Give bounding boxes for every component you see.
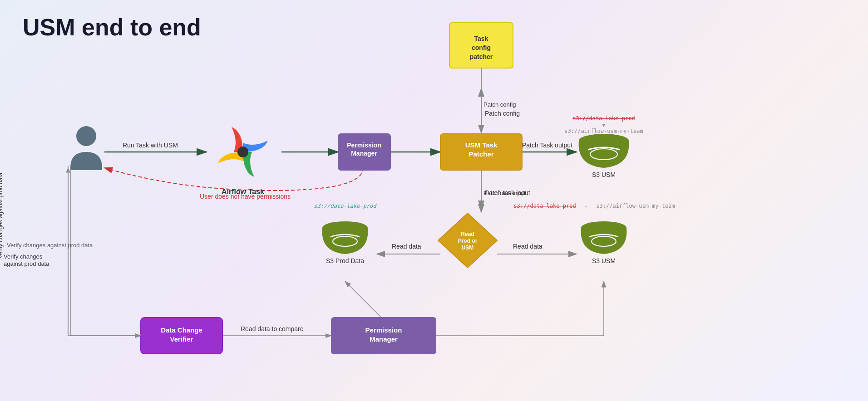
svg-text:Permission: Permission: [347, 142, 381, 149]
svg-text:Manager: Manager: [370, 335, 398, 343]
svg-text:Read data: Read data: [513, 243, 542, 250]
data-change-verifier-node: Data Change Verifier: [141, 318, 222, 354]
svg-text:Verifier: Verifier: [170, 335, 193, 343]
svg-text:USM: USM: [462, 245, 474, 251]
task-config-patcher-node: Task config patcher: [449, 23, 513, 68]
svg-text:s3://data-lake-prod: s3://data-lake-prod: [572, 115, 635, 122]
svg-text:S3 Prod Data: S3 Prod Data: [326, 257, 364, 264]
svg-text:USM Task: USM Task: [465, 141, 498, 149]
usm-task-patcher-node: USM Task Patcher: [440, 134, 522, 170]
svg-text:Prod or: Prod or: [458, 238, 478, 244]
s3-usm-bottom-arrow: →: [583, 203, 588, 209]
airflow-task-node: Airflow Task: [218, 127, 268, 196]
s3-usm-bottom-replace-url: s3://airflow-usm-my-team: [596, 203, 675, 209]
permission-manager-bottom-node: Permission Manager: [331, 318, 436, 354]
svg-text:Airflow Task: Airflow Task: [222, 188, 264, 196]
s3-usm-bottom-node: S3 USM: [581, 221, 627, 264]
svg-text:Run Task with USM: Run Task with USM: [123, 142, 178, 149]
svg-text:Patch config: Patch config: [483, 101, 516, 108]
svg-line-23: [345, 281, 381, 318]
svg-text:Task: Task: [474, 35, 488, 42]
s3-usm-top-node: S3 USM s3://data-lake-prod ▼ s3://airflo…: [564, 115, 643, 178]
svg-text:Manager: Manager: [351, 150, 377, 157]
user-node: [70, 126, 102, 170]
svg-text:Patch task input: Patch task input: [483, 190, 526, 196]
svg-text:against prod data: against prod data: [4, 260, 49, 267]
verify-changes-label: Verify changes against prod data: [7, 242, 93, 249]
svg-text:Read data: Read data: [392, 243, 421, 250]
svg-text:Verify changes: Verify changes: [4, 253, 43, 260]
permission-manager-top-node: Permission Manager: [338, 134, 390, 170]
svg-text:Read: Read: [461, 231, 474, 237]
svg-text:Patch config: Patch config: [485, 110, 520, 117]
s3-prod-url-label: s3://data-lake-prod: [314, 203, 377, 209]
svg-text:config: config: [472, 44, 491, 51]
svg-text:Permission: Permission: [365, 326, 402, 334]
svg-text:Verify changes against prod da: Verify changes against prod data: [0, 172, 4, 259]
s3-prod-data-node: S3 Prod Data: [322, 221, 368, 264]
read-prod-usm-node: Read Prod or USM: [438, 213, 497, 268]
svg-text:Data Change: Data Change: [161, 326, 202, 334]
svg-text:S3 USM: S3 USM: [592, 171, 616, 178]
svg-text:Patch Task output: Patch Task output: [522, 142, 572, 149]
s3-usm-bottom-strike-url: s3://data-lake-prod: [513, 203, 576, 209]
svg-text:patcher: patcher: [470, 53, 493, 60]
svg-text:s3://airflow-usm-my-team: s3://airflow-usm-my-team: [564, 128, 643, 134]
svg-text:Read data to compare: Read data to compare: [241, 325, 304, 333]
svg-text:▼: ▼: [601, 122, 607, 128]
svg-point-31: [237, 147, 248, 157]
svg-text:S3 USM: S3 USM: [592, 257, 616, 264]
svg-text:Patcher: Patcher: [469, 150, 493, 158]
svg-point-30: [76, 126, 96, 146]
